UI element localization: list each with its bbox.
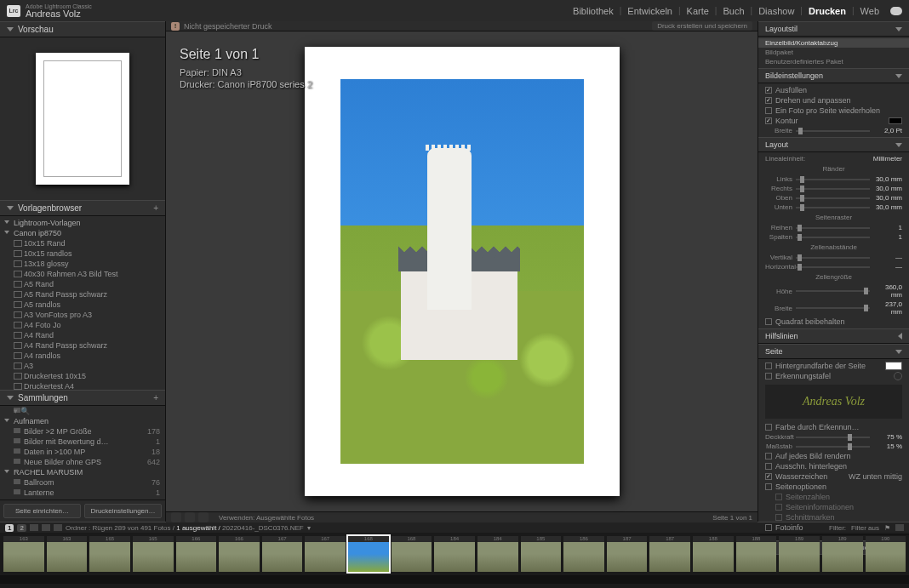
margin-slider[interactable]: Oben30,0 mm: [758, 193, 909, 203]
filmstrip-thumb[interactable]: 186: [563, 536, 604, 572]
collection-group[interactable]: RACHEL MARUSIM: [0, 467, 165, 477]
collection-item[interactable]: Lanterne1: [0, 488, 165, 498]
template-item[interactable]: A5 randlos: [0, 300, 165, 310]
template-item[interactable]: A4 Rand: [0, 330, 165, 340]
page-bg-swatch[interactable]: [885, 362, 902, 370]
add-collection-icon[interactable]: +: [153, 393, 158, 402]
filmstrip-thumb[interactable]: 190: [866, 536, 906, 572]
filter-preset[interactable]: Filter aus: [851, 524, 879, 532]
filmstrip-thumb[interactable]: 167: [262, 536, 303, 572]
filmstrip-thumb[interactable]: 187: [607, 536, 648, 572]
toolbar-prev-icon[interactable]: [185, 512, 195, 522]
chk-render-each[interactable]: Auf jedes Bild rendern: [758, 451, 909, 461]
idplate-slider[interactable]: Deckkraft75 %: [758, 432, 909, 442]
filmstrip-thumb[interactable]: 165: [89, 536, 130, 572]
template-item[interactable]: A4 Foto Jo: [0, 320, 165, 330]
guides-header[interactable]: Hilfslinien: [758, 328, 909, 344]
template-group[interactable]: Lightroom-Vorlagen: [0, 218, 165, 228]
toolbar-next-icon[interactable]: [198, 512, 209, 522]
filmstrip-thumb[interactable]: 163: [47, 536, 88, 572]
page-header[interactable]: Seite: [758, 344, 909, 359]
template-browser-header[interactable]: Vorlagenbrowser +: [0, 200, 165, 216]
filmstrip-thumb[interactable]: 166: [219, 536, 260, 572]
create-saved-print-button[interactable]: Druck erstellen und speichern: [652, 21, 752, 31]
filmstrip-thumb[interactable]: 188: [736, 536, 777, 572]
template-item[interactable]: 13x18 glossy: [0, 259, 165, 269]
template-item[interactable]: 10x15 randlos: [0, 248, 165, 259]
layoutstyle-option[interactable]: Benutzerdefiniertes Paket: [758, 57, 909, 66]
chk-stroke-border[interactable]: ✓Kontur: [758, 116, 909, 126]
margin-slider[interactable]: Rechts30,0 mm: [758, 184, 909, 193]
image-settings-header[interactable]: Bildeinstellungen: [758, 68, 909, 83]
filmstrip-thumb[interactable]: 185: [521, 536, 562, 572]
identity-plate-preview[interactable]: Andreas Volz: [765, 385, 902, 419]
filmstrip-path[interactable]: Ordner : Rügen 289 von 491 Fotos /: [66, 524, 174, 532]
nav-drucken[interactable]: Drucken: [803, 6, 852, 16]
filter-lock-icon[interactable]: [895, 524, 904, 531]
stroke-color-swatch[interactable]: [889, 117, 902, 124]
idplate-slider[interactable]: Maßstab15 %: [758, 442, 909, 451]
nav-bibliothek[interactable]: Bibliothek: [567, 6, 620, 16]
template-item[interactable]: A5 Rand: [0, 279, 165, 289]
cloud-sync-icon[interactable]: [890, 7, 902, 15]
page-setup-button[interactable]: Seite einrichten…: [3, 504, 81, 518]
print-settings-button[interactable]: Druckeinstellungen…: [84, 504, 162, 518]
ruler-units-row[interactable]: Linealeinheit: Millimeter: [758, 154, 909, 163]
nav-web[interactable]: Web: [855, 6, 885, 16]
layoutstyle-option[interactable]: Einzelbild/Kontaktabzug: [758, 38, 909, 48]
layout-style-header[interactable]: Layoutstil: [758, 21, 909, 37]
collection-item[interactable]: Neue Bilder ohne GPS642: [0, 457, 165, 467]
template-item[interactable]: Druckertest A4: [0, 381, 165, 390]
preview-panel-header[interactable]: Vorschau: [0, 21, 165, 37]
template-item[interactable]: 10x15 Rand: [0, 238, 165, 248]
stroke-width-slider[interactable]: Breite 2,0 Pt: [758, 126, 909, 135]
layoutstyle-option[interactable]: Bildpaket: [758, 48, 909, 57]
template-item[interactable]: A3 VonFotos pro A3: [0, 310, 165, 320]
template-item[interactable]: A3: [0, 361, 165, 371]
collection-item[interactable]: Ballroom76: [0, 477, 165, 488]
layout-header[interactable]: Layout: [758, 137, 909, 152]
nav-fwd-icon[interactable]: [54, 524, 62, 531]
filmstrip-thumb[interactable]: 187: [649, 536, 690, 572]
second-monitor-badge[interactable]: 2: [17, 524, 26, 532]
watermark-preset[interactable]: WZ unten mittig: [849, 472, 902, 481]
filmstrip-thumb[interactable]: 188: [693, 536, 734, 572]
filmstrip-thumb[interactable]: 168: [348, 536, 389, 572]
cellsize-slider[interactable]: Höhe360,0 mm: [758, 283, 909, 300]
chk-page-bg[interactable]: Hintergrundfarbe der Seite: [758, 361, 909, 371]
nav-diashow[interactable]: Diashow: [752, 6, 800, 16]
filmstrip-thumb[interactable]: 189: [822, 536, 863, 572]
template-item[interactable]: A4 randlos: [0, 351, 165, 361]
idplate-rotate-icon[interactable]: [894, 372, 902, 380]
nav-buch[interactable]: Buch: [717, 6, 750, 16]
cellsize-slider[interactable]: Breite237,0 mm: [758, 300, 909, 317]
spacing-slider[interactable]: Vertikal—: [758, 253, 909, 262]
chk-override-color[interactable]: Farbe durch Erkennun…: [758, 422, 909, 432]
template-item[interactable]: A4 Rand Passp schwarz: [0, 340, 165, 351]
template-item[interactable]: 40x30 Rahmen A3 Bild Test: [0, 269, 165, 279]
filmstrip[interactable]: 1631631651651661661671671681681841841851…: [0, 533, 909, 575]
margin-slider[interactable]: Links30,0 mm: [758, 174, 909, 184]
chk-rotate-fit[interactable]: ✓Drehen und anpassen: [758, 95, 909, 106]
template-item[interactable]: A5 Rand Passp schwarz: [0, 289, 165, 300]
collection-group[interactable]: Aufnamen: [0, 416, 165, 426]
collection-filter[interactable]: ▾ 🔍: [0, 406, 165, 416]
filmstrip-thumb[interactable]: 163: [3, 536, 44, 572]
toolbar-stop-icon[interactable]: [171, 512, 181, 522]
filmstrip-thumb[interactable]: 166: [176, 536, 217, 572]
chk-repeat-photo[interactable]: Ein Foto pro Seite wiederholen: [758, 106, 909, 116]
margin-slider[interactable]: Unten30,0 mm: [758, 203, 909, 212]
template-item[interactable]: Druckertest 10x15: [0, 371, 165, 381]
filmstrip-thumb[interactable]: 184: [477, 536, 518, 572]
chk-watermark[interactable]: ✓WasserzeichenWZ unten mittig: [758, 471, 909, 482]
chk-identity-plate[interactable]: Erkennungstafel: [758, 371, 909, 381]
nav-karte[interactable]: Karte: [681, 6, 715, 16]
grid-slider[interactable]: Reihen1: [758, 223, 909, 232]
filter-flag-icon[interactable]: ⚑: [884, 524, 890, 532]
grid-view-icon[interactable]: [30, 524, 38, 531]
photo-cell[interactable]: [340, 79, 584, 464]
chk-fill[interactable]: ✓Ausfüllen: [758, 85, 909, 95]
chk-page-options[interactable]: Seitenoptionen: [758, 482, 909, 492]
collection-item[interactable]: Bilder mit Bewertung d…1: [0, 437, 165, 447]
chk-render-behind[interactable]: Ausschn. hinterlegen: [758, 461, 909, 471]
